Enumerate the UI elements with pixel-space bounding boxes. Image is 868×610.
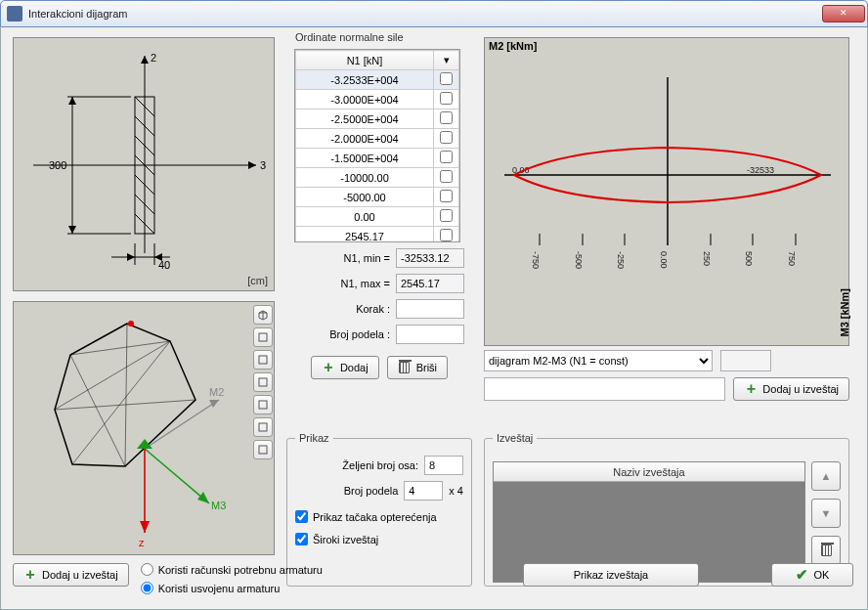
delete-report-button[interactable] [811,536,841,565]
table-row[interactable]: 2545.17 [296,227,459,243]
table-row[interactable]: -3.0000E+004 [296,90,459,109]
cb-load-points[interactable]: Prikaz tačaka opterećenja [295,510,463,523]
svg-marker-23 [127,253,135,261]
row-checkbox[interactable] [440,72,453,85]
svg-point-38 [128,321,134,327]
section-view-top[interactable]: 3 2 300 40 [cm] [13,37,275,291]
table-row[interactable]: -2.0000E+004 [296,129,459,149]
n1min-label: N1, min = [294,252,390,264]
broj-field[interactable] [404,481,443,501]
table-row[interactable]: -2.5000E+004 [296,109,459,129]
check-cell[interactable] [434,207,459,227]
ok-button[interactable]: ✔OK [771,563,853,587]
n1-cell[interactable]: -3.0000E+004 [296,90,434,109]
add-to-report-main-button[interactable]: +Dodaj u izveštaj [13,563,129,587]
svg-text:-32533: -32533 [747,165,774,175]
section-view-3d[interactable]: M2 M3 z [13,301,275,555]
view-iso-button[interactable] [253,305,273,325]
n1-cell[interactable]: -1.5000E+004 [296,149,434,168]
report-col-header[interactable]: Naziv izveštaja [494,462,804,482]
cb-load-points-input[interactable] [295,510,308,523]
delete-button[interactable]: Briši [387,356,448,379]
svg-line-27 [70,341,170,355]
chart-title: M2 [kNm] [489,40,538,52]
show-report-label: Prikaz izveštaja [574,569,648,581]
n1-cell[interactable]: -2.5000E+004 [296,109,434,129]
table-row[interactable]: -1.5000E+004 [296,149,459,168]
svg-marker-33 [209,400,219,408]
app-icon [7,6,22,22]
table-row[interactable]: 0.00 [296,207,459,227]
add-to-report-label: Dodaj u izveštaj [762,383,839,395]
cb-wide-report[interactable]: Široki izveštaj [295,533,463,545]
view-button-6[interactable] [253,417,273,437]
table-row[interactable]: -5000.00 [296,188,459,207]
view-button-4[interactable] [253,372,273,392]
show-report-button[interactable]: Prikaz izveštaja [523,563,699,587]
row-checkbox[interactable] [440,92,453,105]
zeljeni-label: Željeni broj osa: [295,459,418,471]
n1max-field[interactable] [396,274,464,293]
svg-text:0.00: 0.00 [659,251,669,269]
row-checkbox[interactable] [440,209,453,222]
svg-line-30 [70,355,125,466]
diagram-select[interactable]: dijagram M2-M3 (N1 = const) [484,350,713,371]
table-row[interactable]: -3.2533E+004 [296,70,459,90]
check-cell[interactable] [434,227,459,243]
check-cell[interactable] [434,129,459,149]
add-to-report-main-label: Dodaj u izveštaj [42,569,118,581]
svg-rect-47 [259,423,267,431]
move-down-button[interactable]: ▼ [811,499,841,528]
radio-adopted-input[interactable] [141,582,153,594]
row-checkbox[interactable] [440,111,453,124]
n1-cell[interactable]: 2545.17 [296,227,434,243]
n1-cell[interactable]: -5000.00 [296,188,434,207]
radio-computed-input[interactable] [141,563,153,576]
check-cell[interactable] [434,90,459,109]
row-checkbox[interactable] [440,151,453,163]
svg-text:2: 2 [151,52,156,64]
n1-cell[interactable]: -3.2533E+004 [296,70,434,90]
svg-text:M3: M3 [211,500,226,511]
n1-cell[interactable]: 0.00 [296,207,434,227]
n1-cell[interactable]: -10000.00 [296,168,434,188]
zeljeni-field[interactable] [424,456,463,475]
view-button-3[interactable] [253,350,273,370]
view-button-5[interactable] [253,395,273,414]
check-cell[interactable] [434,109,459,129]
delete-button-label: Briši [416,362,437,373]
prikaz-legend: Prikaz [295,432,333,444]
korak-field[interactable] [396,299,464,319]
radio-adopted[interactable]: Koristi usvojenu armaturu [141,582,323,594]
view-button-2[interactable] [253,327,273,347]
check-cell[interactable] [434,188,459,207]
col-n1[interactable]: N1 [kN] [296,51,434,70]
table-row[interactable]: -10000.00 [296,168,459,188]
row-checkbox[interactable] [440,131,453,144]
brojpodela-field[interactable] [396,325,464,344]
move-up-button[interactable]: ▲ [811,461,841,491]
check-cell[interactable] [434,70,459,90]
row-checkbox[interactable] [440,229,453,241]
n1-grid[interactable]: N1 [kN]▾ -3.2533E+004-3.0000E+004-2.5000… [294,49,460,242]
col-check[interactable]: ▾ [434,51,459,70]
cb-wide-report-input[interactable] [295,533,308,545]
view-button-7[interactable] [253,440,273,459]
chart-svg: 0.00 -32533 -750 -500 -250 0.00 250 500 … [485,38,850,347]
row-checkbox[interactable] [440,190,453,202]
broj-label: Broj podela [295,485,398,497]
close-button[interactable]: ✕ [822,5,865,22]
n1-cell[interactable]: -2.0000E+004 [296,129,434,149]
value-box[interactable] [720,350,771,371]
row-checkbox[interactable] [440,170,453,183]
check-cell[interactable] [434,168,459,188]
radio-computed[interactable]: Koristi računski potrebnu armaturu [141,563,323,576]
n1min-field[interactable] [396,248,464,268]
korak-label: Korak : [294,303,390,315]
check-cell[interactable] [434,149,459,168]
svg-rect-44 [259,356,267,364]
chart-m2m3[interactable]: M2 [kNm] 0.00 -32533 -750 -500 -250 0.00… [484,37,849,346]
add-button[interactable]: +Dodaj [311,356,379,379]
add-to-report-button[interactable]: +Dodaj u izveštaj [733,377,849,401]
report-name-input[interactable] [484,377,725,401]
